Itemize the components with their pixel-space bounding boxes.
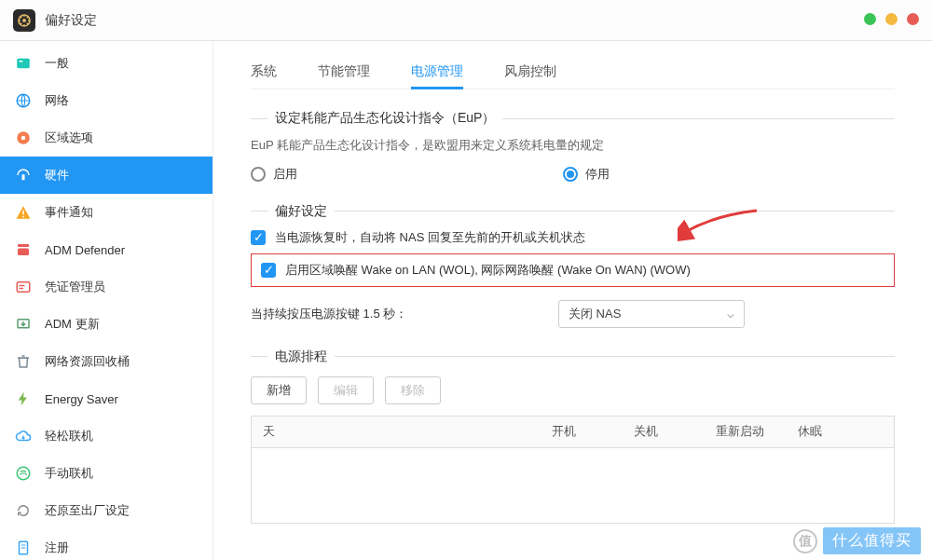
trash-icon: [13, 351, 34, 372]
sidebar-item-general[interactable]: 一般: [0, 45, 212, 82]
sidebar-item-trash[interactable]: 网络资源回收桶: [0, 343, 212, 380]
eup-desc: EuP 耗能产品生态化设计指令，是欧盟用来定义系统耗电量的规定: [251, 136, 895, 155]
sidebar-item-label: ADM 更新: [45, 316, 100, 333]
chevron-down-icon: ⌵: [727, 307, 734, 321]
minimize-dot[interactable]: [864, 13, 876, 25]
radio-label: 启用: [273, 166, 297, 183]
register-icon: [13, 538, 34, 558]
sidebar-item-label: 一般: [45, 55, 69, 72]
highlight-wol: ✓ 启用区域唤醒 Wake on LAN (WOL), 网际网路唤醒 (Wake…: [251, 253, 895, 287]
svg-rect-7: [22, 174, 25, 180]
svg-rect-8: [22, 211, 24, 215]
power-press-select[interactable]: 关闭 NAS ⌵: [558, 300, 745, 328]
watermark-logo-icon: 值: [793, 529, 817, 553]
select-value: 关闭 NAS: [569, 306, 621, 322]
remove-button[interactable]: 移除: [385, 376, 441, 404]
check-icon: ✓: [251, 230, 266, 245]
col-sleep: 休眠: [787, 423, 894, 440]
titlebar: 偏好设定: [0, 0, 932, 41]
globe-icon: [13, 90, 34, 111]
sidebar-item-label: 注册: [45, 540, 69, 556]
svg-rect-11: [18, 244, 29, 247]
radio-eup-disable[interactable]: 停用: [563, 166, 610, 183]
section-title: 设定耗能产品生态化设计指令（EuP）: [267, 110, 502, 127]
hardware-icon: [13, 165, 34, 185]
watermark-text: 什么值得买: [823, 527, 921, 554]
maximize-dot[interactable]: [885, 13, 898, 25]
sidebar-item-label: 事件通知: [45, 204, 93, 221]
sidebar-item-energy[interactable]: Energy Saver: [0, 380, 212, 417]
general-icon: [13, 53, 34, 74]
section-title: 偏好设定: [267, 203, 335, 220]
sidebar-item-label: 轻松联机: [45, 428, 93, 444]
sidebar-item-alert[interactable]: 事件通知: [0, 194, 212, 231]
check-label: 当电源恢复时，自动将 NAS 回复至先前的开机或关机状态: [275, 229, 585, 246]
svg-rect-9: [22, 216, 24, 218]
content: 系统节能管理电源管理风扇控制 设定耗能产品生态化设计指令（EuP） EuP 耗能…: [213, 41, 932, 560]
manual-icon: [13, 463, 34, 484]
sidebar-item-update[interactable]: ADM 更新: [0, 306, 212, 343]
sidebar-item-label: 手动联机: [45, 465, 93, 482]
add-button[interactable]: 新增: [251, 376, 307, 404]
sidebar-item-cert[interactable]: 凭证管理员: [0, 268, 212, 306]
svg-rect-10: [18, 249, 29, 256]
col-off: 关机: [623, 423, 705, 440]
tab[interactable]: 电源管理: [411, 54, 463, 89]
sidebar-item-reset[interactable]: 还原至出厂设定: [0, 492, 212, 529]
check-label: 启用区域唤醒 Wake on LAN (WOL), 网际网路唤醒 (Wake O…: [285, 262, 691, 279]
svg-rect-12: [17, 282, 30, 293]
edit-button[interactable]: 编辑: [318, 376, 374, 404]
tab[interactable]: 节能管理: [318, 54, 370, 89]
power-press-label: 当持续按压电源按键 1.5 秒：: [251, 306, 558, 322]
defender-icon: [13, 239, 34, 260]
tabs: 系统节能管理电源管理风扇控制: [251, 54, 895, 89]
tab[interactable]: 风扇控制: [504, 54, 556, 89]
sidebar-item-globe[interactable]: 网络: [0, 82, 212, 119]
sidebar-item-hardware[interactable]: 硬件: [0, 157, 212, 194]
sidebar: 一般网络区域选项硬件事件通知ADM Defender凭证管理员ADM 更新网络资…: [0, 41, 213, 560]
sidebar-item-label: 区域选项: [45, 130, 93, 146]
section-schedule: 电源排程: [251, 348, 895, 365]
svg-rect-3: [20, 61, 23, 62]
alert-icon: [13, 202, 34, 223]
energy-icon: [13, 389, 34, 409]
sidebar-item-register[interactable]: 注册: [0, 529, 212, 560]
watermark: 值 什么值得买: [793, 527, 921, 554]
radio-label: 停用: [585, 166, 610, 183]
radio-eup-enable[interactable]: 启用: [251, 166, 563, 183]
sidebar-item-label: 凭证管理员: [45, 279, 105, 295]
sidebar-item-label: 还原至出厂设定: [45, 502, 130, 519]
section-prefs: 偏好设定: [251, 203, 895, 220]
close-dot[interactable]: [907, 13, 919, 25]
tab[interactable]: 系统: [251, 54, 277, 89]
section-title: 电源排程: [267, 348, 335, 365]
app-icon: [13, 9, 35, 32]
sidebar-item-label: 网络资源回收桶: [45, 353, 130, 370]
svg-rect-2: [17, 59, 30, 69]
window-controls: [864, 13, 919, 25]
region-icon: [13, 128, 34, 148]
col-day: 天: [252, 423, 541, 440]
sidebar-item-label: 网络: [45, 92, 69, 109]
reset-icon: [13, 500, 34, 521]
check-icon: ✓: [261, 263, 276, 278]
annotation-arrow: [678, 206, 761, 243]
window-title: 偏好设定: [45, 12, 97, 29]
sidebar-item-region[interactable]: 区域选项: [0, 119, 212, 157]
sidebar-item-defender[interactable]: ADM Defender: [0, 231, 212, 268]
svg-point-6: [21, 136, 26, 141]
sidebar-item-label: ADM Defender: [45, 243, 125, 257]
svg-point-1: [22, 19, 26, 22]
col-restart: 重新启动: [705, 423, 787, 440]
sidebar-item-manual[interactable]: 手动联机: [0, 455, 212, 492]
col-on: 开机: [541, 423, 623, 440]
checkbox-power-recovery[interactable]: ✓ 当电源恢复时，自动将 NAS 回复至先前的开机或关机状态: [251, 229, 895, 246]
table-body: [252, 448, 894, 523]
sidebar-item-label: Energy Saver: [45, 392, 118, 406]
sidebar-item-label: 硬件: [45, 167, 69, 184]
cert-icon: [13, 277, 34, 297]
cloud-icon: [13, 426, 34, 446]
sidebar-item-cloud[interactable]: 轻松联机: [0, 417, 212, 455]
schedule-table: 天 开机 关机 重新启动 休眠: [251, 416, 895, 524]
checkbox-wol[interactable]: ✓ 启用区域唤醒 Wake on LAN (WOL), 网际网路唤醒 (Wake…: [261, 262, 884, 279]
